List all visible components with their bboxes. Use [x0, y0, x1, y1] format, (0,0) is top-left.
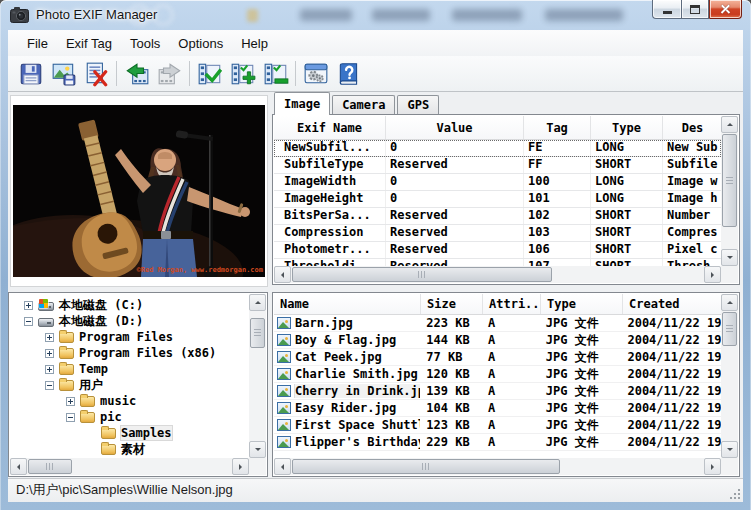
file-column-header[interactable]: Type	[541, 294, 623, 314]
scroll-up-button[interactable]	[721, 116, 738, 133]
exif-column-header[interactable]: Tag	[524, 116, 591, 139]
tree-horizontal-scrollbar[interactable]	[10, 458, 249, 475]
exif-tab[interactable]: Camera	[332, 95, 395, 115]
tree-item[interactable]: 本地磁盘 (C:)	[10, 297, 249, 313]
resize-grip[interactable]	[730, 489, 740, 499]
menu-item[interactable]: Options	[169, 32, 232, 55]
options-button[interactable]	[299, 59, 332, 89]
file-row[interactable]: First Space Shuttl... 123 KB A JPG 文件 20…	[274, 417, 721, 434]
expander-icon[interactable]	[66, 413, 75, 422]
file-row[interactable]: Barn.jpg 223 KB A JPG 文件 2004/11/22 19:3…	[274, 315, 721, 332]
exif-tab[interactable]: Image	[274, 92, 330, 115]
exif-column-header[interactable]: Value	[386, 116, 524, 139]
file-list-header: NameSizeAttri...TypeCreated	[274, 294, 723, 315]
help-button[interactable]	[332, 59, 365, 89]
scrollbar-thumb[interactable]	[292, 267, 552, 282]
image-file-icon	[277, 334, 291, 346]
expander-icon[interactable]	[24, 317, 33, 326]
scroll-down-button[interactable]	[721, 441, 738, 458]
menu-item[interactable]: File	[18, 32, 57, 55]
scrollbar-thumb[interactable]	[292, 459, 560, 474]
exif-vertical-scrollbar[interactable]	[721, 116, 738, 266]
files-horizontal-scrollbar[interactable]	[274, 458, 721, 475]
exif-row[interactable]: ImageWidth 0 100 LONG Image w	[274, 174, 721, 191]
expander-icon[interactable]	[45, 381, 54, 390]
exif-column-header[interactable]: Exif Name	[274, 116, 386, 139]
file-row[interactable]: Charlie Smith.jpg 120 KB A JPG 文件 2004/1…	[274, 366, 721, 383]
scroll-up-button[interactable]	[721, 294, 738, 311]
exif-row[interactable]: Thresholdi... Reserved 107 SHORT Thresh	[274, 259, 721, 266]
maximize-button[interactable]	[681, 0, 709, 19]
scroll-left-button[interactable]	[274, 266, 291, 283]
minimize-button[interactable]	[652, 0, 681, 19]
expander-icon[interactable]	[66, 397, 75, 406]
file-row[interactable]: Cherry in Drink.jpg 139 KB A JPG 文件 2004…	[274, 383, 721, 400]
file-column-header[interactable]: Name	[274, 294, 421, 314]
close-button[interactable]	[709, 0, 742, 19]
file-row[interactable]: Easy Rider.jpg 104 KB A JPG 文件 2004/11/2…	[274, 400, 721, 417]
expander-icon[interactable]	[24, 301, 33, 310]
scroll-right-button[interactable]	[704, 458, 721, 475]
scroll-right-button[interactable]	[232, 458, 249, 475]
verify-tags-button[interactable]	[193, 59, 226, 89]
menu-item[interactable]: Tools	[121, 32, 169, 55]
exif-row[interactable]: BitsPerSa... Reserved 102 SHORT Number	[274, 208, 721, 225]
exif-row[interactable]: Photometr... Reserved 106 SHORT Pixel c	[274, 242, 721, 259]
menu-item[interactable]: Help	[232, 32, 277, 55]
scrollbar-thumb[interactable]	[28, 459, 72, 474]
tree-item-label: Samples	[121, 426, 172, 440]
files-vertical-scrollbar[interactable]	[721, 294, 738, 458]
exif-row[interactable]: NewSubfil... 0 FE LONG New Sub	[274, 140, 721, 157]
file-column-header[interactable]: Size	[421, 294, 483, 314]
tree-item[interactable]: pic	[10, 409, 249, 425]
remove-tag-button[interactable]	[259, 59, 292, 89]
scroll-left-button[interactable]	[10, 458, 27, 475]
tree-vertical-scrollbar[interactable]	[249, 294, 266, 458]
tree-item[interactable]: 素材	[10, 441, 249, 457]
exif-column-header[interactable]: Type	[591, 116, 663, 139]
file-column-header[interactable]: Attri...	[483, 294, 541, 314]
save-button[interactable]	[14, 59, 47, 89]
save-image-button[interactable]	[47, 59, 80, 89]
scroll-down-button[interactable]	[249, 441, 266, 458]
add-tag-button[interactable]	[226, 59, 259, 89]
exif-desc-cell: Number	[663, 208, 721, 224]
scroll-right-button[interactable]	[704, 266, 721, 283]
expander-icon[interactable]	[45, 365, 54, 374]
expander-icon[interactable]	[45, 333, 54, 342]
prev-image-button[interactable]	[120, 59, 153, 89]
tree-item[interactable]: 用户	[10, 377, 249, 393]
menu-item[interactable]: Exif Tag	[57, 32, 121, 55]
tree-item[interactable]: 本地磁盘 (D:)	[10, 313, 249, 329]
expander-icon[interactable]	[45, 349, 54, 358]
tree-item[interactable]: Program Files	[10, 329, 249, 345]
exif-value-cell: Reserved	[386, 208, 524, 224]
scrollbar-thumb[interactable]	[722, 312, 737, 346]
tree-item[interactable]: Temp	[10, 361, 249, 377]
file-column-header[interactable]: Created	[623, 294, 723, 314]
file-row[interactable]: Boy & Flag.jpg 144 KB A JPG 文件 2004/11/2…	[274, 332, 721, 349]
title-bar[interactable]: Photo EXIF Manager	[0, 0, 751, 30]
next-image-button[interactable]	[153, 59, 186, 89]
tree-item[interactable]: Program Files (x86)	[10, 345, 249, 361]
tree-item-icon	[59, 348, 74, 359]
tree-item[interactable]: music	[10, 393, 249, 409]
file-row[interactable]: Cat Peek.jpg 77 KB A JPG 文件 2004/11/22 1…	[274, 349, 721, 366]
scrollbar-thumb[interactable]	[722, 134, 737, 227]
exif-column-header[interactable]: Des	[663, 116, 723, 139]
file-row[interactable]: Flipper's Birthday... 229 KB A JPG 文件 20…	[274, 434, 721, 451]
exif-type-cell: LONG	[591, 174, 663, 190]
glass-reflection	[247, 9, 258, 22]
scroll-down-button[interactable]	[721, 249, 738, 266]
scroll-left-button[interactable]	[274, 458, 291, 475]
scroll-up-button[interactable]	[249, 294, 266, 311]
exif-name-cell: Compression	[274, 225, 386, 241]
delete-exif-button[interactable]	[80, 59, 113, 89]
scrollbar-thumb[interactable]	[250, 318, 265, 348]
exif-row[interactable]: ImageHeight 0 101 LONG Image h	[274, 191, 721, 208]
exif-tab[interactable]: GPS	[397, 95, 439, 115]
tree-item[interactable]: Samples	[10, 425, 249, 441]
exif-row[interactable]: Compression Reserved 103 SHORT Compres	[274, 225, 721, 242]
exif-horizontal-scrollbar[interactable]	[274, 266, 721, 283]
exif-row[interactable]: SubfileType Reserved FF SHORT Subfile	[274, 157, 721, 174]
